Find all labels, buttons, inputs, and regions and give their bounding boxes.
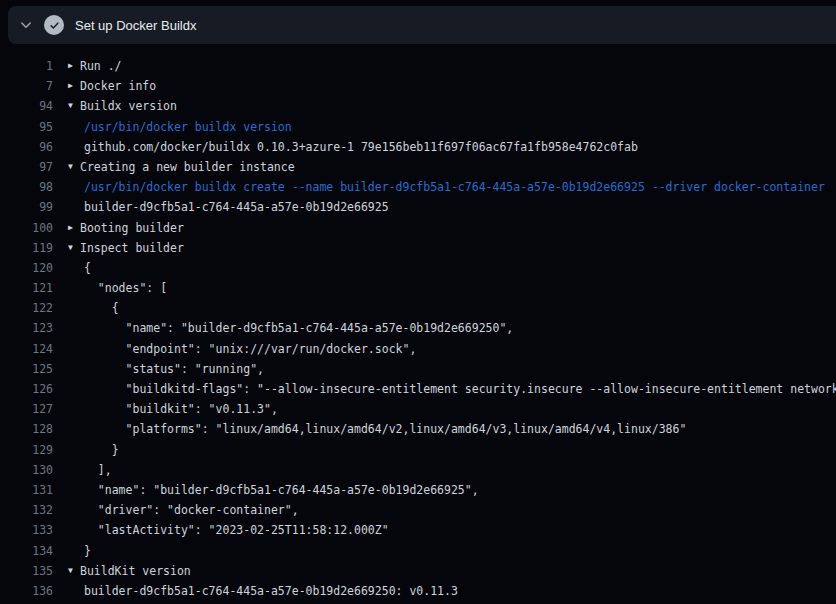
log-viewer: 1▶Run ./7▶Docker info94▼Buildx version95…: [0, 56, 836, 601]
line-number[interactable]: 100: [0, 218, 53, 238]
log-row: 97▼Creating a new builder instance: [0, 157, 836, 177]
log-output-text: github.com/docker/buildx 0.10.3+azure-1 …: [84, 137, 638, 157]
line-number[interactable]: 135: [0, 561, 53, 581]
log-output-text: "name": "builder-d9cfb5a1-c764-445a-a57e…: [84, 480, 479, 500]
line-number[interactable]: 125: [0, 359, 53, 379]
log-output-text: ],: [84, 460, 112, 480]
log-row: 133 "lastActivity": "2023-02-25T11:58:12…: [0, 520, 836, 540]
log-group-label: BuildKit version: [80, 561, 191, 581]
line-number[interactable]: 97: [0, 157, 53, 177]
log-row: 126 "buildkitd-flags": "--allow-insecure…: [0, 379, 836, 399]
triangle-down-icon[interactable]: ▼: [68, 238, 80, 258]
log-command-text: /usr/bin/docker buildx create --name bui…: [84, 177, 825, 197]
line-number[interactable]: 126: [0, 379, 53, 399]
line-number[interactable]: 94: [0, 96, 53, 116]
log-row: 94▼Buildx version: [0, 96, 836, 116]
log-command-text: /usr/bin/docker buildx version: [84, 117, 292, 137]
line-number[interactable]: 136: [0, 581, 53, 601]
log-row: 98/usr/bin/docker buildx create --name b…: [0, 177, 836, 197]
line-number[interactable]: 7: [0, 76, 53, 96]
log-row: 127 "buildkit": "v0.11.3",: [0, 399, 836, 419]
line-number[interactable]: 134: [0, 541, 53, 561]
log-row: 136builder-d9cfb5a1-c764-445a-a57e-0b19d…: [0, 581, 836, 601]
triangle-right-icon[interactable]: ▶: [68, 218, 80, 238]
log-output-text: "status": "running",: [84, 359, 264, 379]
log-output-text: builder-d9cfb5a1-c764-445a-a57e-0b19d2e6…: [84, 581, 458, 601]
chevron-down-icon[interactable]: [18, 17, 34, 33]
line-number[interactable]: 119: [0, 238, 53, 258]
log-group-label: Docker info: [80, 76, 156, 96]
log-group-header[interactable]: ▼Inspect builder: [68, 238, 184, 258]
line-number[interactable]: 98: [0, 177, 53, 197]
log-row: 134}: [0, 541, 836, 561]
line-number[interactable]: 122: [0, 298, 53, 318]
log-row: 124 "endpoint": "unix:///var/run/docker.…: [0, 339, 836, 359]
line-number[interactable]: 130: [0, 460, 53, 480]
line-number[interactable]: 120: [0, 258, 53, 278]
log-row: 96github.com/docker/buildx 0.10.3+azure-…: [0, 137, 836, 157]
log-row: 132 "driver": "docker-container",: [0, 500, 836, 520]
log-row: 122 {: [0, 298, 836, 318]
line-number[interactable]: 124: [0, 339, 53, 359]
log-output-text: "name": "builder-d9cfb5a1-c764-445a-a57e…: [84, 318, 513, 338]
log-group-header[interactable]: ▶Booting builder: [68, 218, 184, 238]
line-number[interactable]: 132: [0, 500, 53, 520]
line-number[interactable]: 133: [0, 520, 53, 540]
log-group-label: Booting builder: [80, 218, 184, 238]
log-row: 120{: [0, 258, 836, 278]
log-output-text: "driver": "docker-container",: [84, 500, 299, 520]
log-group-header[interactable]: ▼Creating a new builder instance: [68, 157, 295, 177]
log-row: 129 }: [0, 440, 836, 460]
log-output-text: }: [84, 440, 119, 460]
log-output-text: "nodes": [: [84, 278, 167, 298]
log-row: 125 "status": "running",: [0, 359, 836, 379]
line-number[interactable]: 128: [0, 419, 53, 439]
triangle-down-icon[interactable]: ▼: [68, 561, 80, 581]
line-number[interactable]: 1: [0, 56, 53, 76]
log-output-text: }: [84, 541, 91, 561]
log-output-text: "endpoint": "unix:///var/run/docker.sock…: [84, 339, 416, 359]
log-group-label: Run ./: [80, 56, 122, 76]
log-row: 95/usr/bin/docker buildx version: [0, 117, 836, 137]
log-group-header[interactable]: ▶Run ./: [68, 56, 122, 76]
triangle-right-icon[interactable]: ▶: [68, 56, 80, 76]
triangle-down-icon[interactable]: ▼: [68, 157, 80, 177]
line-number[interactable]: 121: [0, 278, 53, 298]
log-group-header[interactable]: ▶Docker info: [68, 76, 156, 96]
log-row: 123 "name": "builder-d9cfb5a1-c764-445a-…: [0, 318, 836, 338]
log-row: 7▶Docker info: [0, 76, 836, 96]
log-group-header[interactable]: ▼BuildKit version: [68, 561, 191, 581]
line-number[interactable]: 123: [0, 318, 53, 338]
line-number[interactable]: 127: [0, 399, 53, 419]
log-output-text: {: [84, 298, 119, 318]
log-group-header[interactable]: ▼Buildx version: [68, 96, 177, 116]
log-row: 121 "nodes": [: [0, 278, 836, 298]
log-row: 130 ],: [0, 460, 836, 480]
log-output-text: {: [84, 258, 91, 278]
log-output-text: "platforms": "linux/amd64,linux/amd64/v2…: [84, 419, 686, 439]
log-row: 119▼Inspect builder: [0, 238, 836, 258]
log-row: 128 "platforms": "linux/amd64,linux/amd6…: [0, 419, 836, 439]
log-group-label: Creating a new builder instance: [80, 157, 295, 177]
status-check-icon: [44, 15, 64, 35]
line-number[interactable]: 131: [0, 480, 53, 500]
step-header[interactable]: Set up Docker Buildx: [8, 6, 836, 44]
log-row: 131 "name": "builder-d9cfb5a1-c764-445a-…: [0, 480, 836, 500]
log-output-text: "buildkit": "v0.11.3",: [84, 399, 278, 419]
step-title: Set up Docker Buildx: [75, 18, 196, 33]
line-number[interactable]: 99: [0, 197, 53, 217]
log-output-text: "lastActivity": "2023-02-25T11:58:12.000…: [84, 520, 389, 540]
line-number[interactable]: 95: [0, 117, 53, 137]
log-row: 99builder-d9cfb5a1-c764-445a-a57e-0b19d2…: [0, 197, 836, 217]
log-row: 100▶Booting builder: [0, 218, 836, 238]
line-number[interactable]: 129: [0, 440, 53, 460]
log-output-text: builder-d9cfb5a1-c764-445a-a57e-0b19d2e6…: [84, 197, 389, 217]
log-group-label: Inspect builder: [80, 238, 184, 258]
line-number[interactable]: 96: [0, 137, 53, 157]
log-group-label: Buildx version: [80, 96, 177, 116]
log-row: 1▶Run ./: [0, 56, 836, 76]
log-row: 135▼BuildKit version: [0, 561, 836, 581]
log-output-text: "buildkitd-flags": "--allow-insecure-ent…: [84, 379, 836, 399]
triangle-down-icon[interactable]: ▼: [68, 96, 80, 116]
triangle-right-icon[interactable]: ▶: [68, 76, 80, 96]
